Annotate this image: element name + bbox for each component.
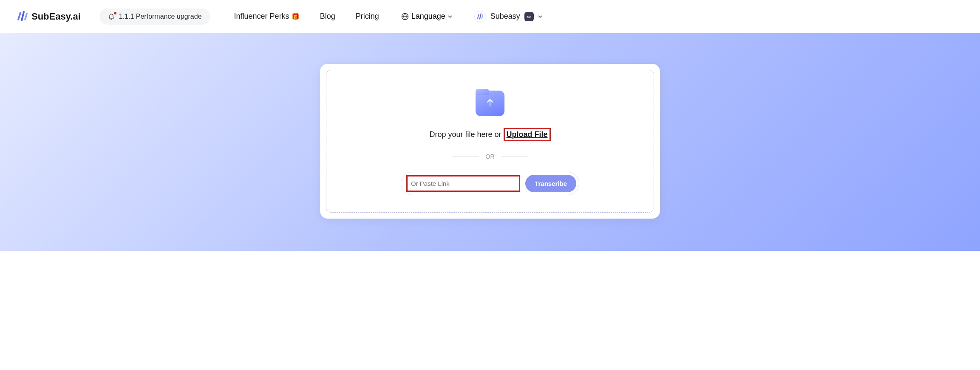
or-divider: OR xyxy=(452,153,528,160)
drop-prefix: Drop your file here or xyxy=(429,130,503,139)
nav-influencer-label: Influencer Perks xyxy=(234,12,289,21)
drop-text: Drop your file here or Upload File xyxy=(429,128,550,141)
dropzone[interactable]: Drop your file here or Upload File OR Tr… xyxy=(326,70,654,213)
upload-card: Drop your file here or Upload File OR Tr… xyxy=(320,64,660,219)
upload-link-highlight: Upload File xyxy=(504,128,551,141)
chevron-down-icon xyxy=(538,13,542,20)
upload-folder-icon xyxy=(476,91,504,116)
logo-icon xyxy=(17,11,28,22)
paste-link-input[interactable] xyxy=(408,176,519,191)
user-logo-icon xyxy=(474,11,486,23)
user-plan-badge: ∞ xyxy=(524,12,534,21)
arrow-up-icon xyxy=(486,98,494,109)
paste-link-row: Transcribe xyxy=(401,172,579,195)
user-name: Subeasy xyxy=(490,12,520,21)
upgrade-label: 1.1.1 Performance upgrade xyxy=(119,13,202,20)
gift-icon: 🎁 xyxy=(291,12,300,20)
nav-pricing[interactable]: Pricing xyxy=(356,12,379,21)
hero-section: Drop your file here or Upload File OR Tr… xyxy=(0,33,980,251)
nav-blog[interactable]: Blog xyxy=(320,12,335,21)
logo[interactable]: SubEasy.ai xyxy=(17,11,81,22)
or-label: OR xyxy=(486,153,495,160)
language-label: Language xyxy=(411,12,445,21)
chevron-down-icon xyxy=(448,13,452,20)
upload-file-link[interactable]: Upload File xyxy=(507,130,548,139)
nav-influencer[interactable]: Influencer Perks 🎁 xyxy=(234,12,300,21)
globe-icon xyxy=(401,13,409,20)
upgrade-pill[interactable]: 1.1.1 Performance upgrade xyxy=(99,9,210,25)
user-menu[interactable]: Subeasy ∞ xyxy=(474,11,542,23)
nav: Influencer Perks 🎁 Blog Pricing xyxy=(234,12,379,21)
svg-point-3 xyxy=(490,106,490,107)
language-selector[interactable]: Language xyxy=(401,12,452,21)
bell-icon xyxy=(108,13,116,20)
brand-name: SubEasy.ai xyxy=(31,11,81,22)
paste-input-highlight xyxy=(406,175,520,192)
header: SubEasy.ai 1.1.1 Performance upgrade Inf… xyxy=(0,0,980,33)
transcribe-button[interactable]: Transcribe xyxy=(525,175,576,192)
